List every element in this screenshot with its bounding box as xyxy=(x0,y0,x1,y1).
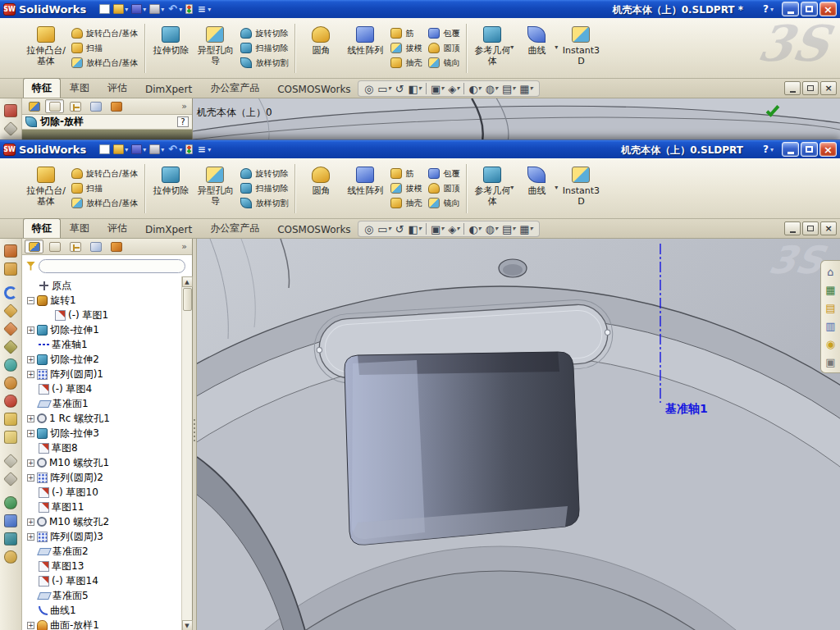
wrap-button[interactable]: 包覆 xyxy=(426,167,462,180)
featuremanager-tab[interactable] xyxy=(25,99,43,113)
rhombus-olive-tool-button[interactable] xyxy=(3,340,18,354)
loft-cut-button[interactable]: 放样切割 xyxy=(238,57,290,70)
expander-plus-icon[interactable]: + xyxy=(27,474,34,482)
dropdown-arrow-icon[interactable]: ▾ xyxy=(125,6,128,13)
property-help-button[interactable]: ? xyxy=(177,116,189,127)
dropdown-arrow-icon[interactable]: ▾ xyxy=(208,6,211,13)
scroll-up-button[interactable]: ▲ xyxy=(182,276,193,287)
block-a-tool-button[interactable] xyxy=(4,413,17,426)
dropdown-arrow-icon[interactable]: ▾ xyxy=(161,6,164,13)
zoom-fit-button[interactable]: ◎ xyxy=(363,224,375,235)
rib-button[interactable]: 筋 xyxy=(388,167,424,180)
loft-cut-button[interactable]: 放样切割 xyxy=(238,197,290,210)
hide-show-items-button[interactable]: ◐▾ xyxy=(467,84,482,94)
draft-button[interactable]: 拔模 xyxy=(388,182,424,195)
dimxpertmanager-tab[interactable] xyxy=(86,99,105,113)
dropdown-arrow-icon[interactable]: ▾ xyxy=(555,184,558,191)
extrude-boss-button[interactable]: 拉伸凸台/基体 xyxy=(25,162,67,216)
tree-item[interactable]: +M10 螺纹孔2 xyxy=(22,514,192,529)
smart-dimension-tool-button[interactable] xyxy=(4,262,17,276)
panel-tabs-overflow-button[interactable]: » xyxy=(181,101,189,112)
draft-button[interactable]: 拔模 xyxy=(388,42,424,55)
dropdown-arrow-icon[interactable]: ▾ xyxy=(510,184,514,191)
wrap-button[interactable]: 包覆 xyxy=(426,27,462,40)
tree-item[interactable]: +阵列(圆周)1 xyxy=(22,367,192,381)
undo-button[interactable]: ↶▾ xyxy=(167,4,182,14)
delete-relations-tool-button[interactable] xyxy=(4,395,17,408)
command-tab-6[interactable]: COSMOSWorks xyxy=(268,221,360,238)
dropdown-arrow-icon[interactable]: ▾ xyxy=(441,226,444,232)
tree-item[interactable]: (-) 草图1 xyxy=(22,308,192,322)
tree-item[interactable]: 草图8 xyxy=(22,441,192,455)
instant3d-button[interactable]: Instant3D xyxy=(559,162,602,216)
dome-button[interactable]: 圆顶 xyxy=(426,42,462,55)
apply-scene-button[interactable]: ▤▾ xyxy=(500,84,517,94)
shell-button[interactable]: 抽壳 xyxy=(388,197,424,210)
undo-button[interactable]: ↶▾ xyxy=(167,144,182,154)
print-button[interactable]: ▾ xyxy=(149,144,164,154)
minimize-button[interactable] xyxy=(782,2,799,16)
dropdown-arrow-icon[interactable]: ▾ xyxy=(143,6,146,13)
ghost-a-tool-button[interactable] xyxy=(3,454,18,468)
command-tab-4[interactable]: DimXpert xyxy=(136,221,201,238)
curves-button[interactable]: 曲线▾ xyxy=(515,162,558,216)
expander-plus-icon[interactable]: + xyxy=(27,415,34,422)
feature-filter-input[interactable] xyxy=(39,259,185,273)
previous-view-button[interactable]: ↺ xyxy=(394,224,406,235)
dropdown-arrow-icon[interactable]: ▾ xyxy=(495,226,498,232)
command-tab-1[interactable]: 特征 xyxy=(23,78,61,98)
curves-button[interactable]: 曲线▾ xyxy=(515,21,558,75)
dropdown-arrow-icon[interactable]: ▾ xyxy=(530,85,533,92)
expander-minus-icon[interactable]: − xyxy=(27,297,34,304)
titlebar[interactable]: SW SolidWorks ▾▾▾↶▾≡▾ 机壳本体（上）0.SLDPRT * … xyxy=(0,0,840,18)
tree-item[interactable]: (-) 草图10 xyxy=(22,485,192,500)
print-button[interactable]: ▾ xyxy=(149,4,164,14)
document-close-button[interactable]: × xyxy=(820,221,837,235)
document-close-button[interactable]: × xyxy=(820,81,837,95)
panel-tabs-overflow-button[interactable]: » xyxy=(181,241,189,252)
dropdown-arrow-icon[interactable]: ▾ xyxy=(512,85,515,92)
help-button[interactable]: ?▾ xyxy=(763,3,774,15)
block-b-tool-button[interactable] xyxy=(4,431,17,444)
tree-item[interactable]: +M10 螺纹孔1 xyxy=(22,455,192,470)
configurationmanager-tab[interactable] xyxy=(66,99,84,113)
edit-appearance-button[interactable]: ◍▾ xyxy=(484,84,500,94)
command-tab-5[interactable]: 办公室产品 xyxy=(201,218,268,238)
command-tab-3[interactable]: 评估 xyxy=(98,218,136,238)
dimxpertmanager-tab[interactable] xyxy=(86,240,105,253)
dropdown-arrow-icon[interactable]: ▾ xyxy=(530,226,533,232)
sphere-tool-button[interactable] xyxy=(4,496,17,509)
reference-geometry-button[interactable]: 参考几何体▾ xyxy=(471,21,514,75)
hide-show-items-button[interactable]: ◐▾ xyxy=(467,224,482,235)
fillet-button[interactable]: 圆角 xyxy=(299,21,342,75)
titlebar[interactable]: SW SolidWorks ▾▾▾↶▾≡▾ 机壳本体（上）0.SLDPRT ?▾… xyxy=(0,140,840,158)
command-tab-5[interactable]: 办公室产品 xyxy=(201,78,268,98)
ellipse-tool-button[interactable] xyxy=(4,550,17,564)
tree-item[interactable]: +切除-拉伸1 xyxy=(22,322,192,337)
zoom-fit-button[interactable]: ◎ xyxy=(363,84,375,94)
appearances-button[interactable]: ◉ xyxy=(824,336,838,351)
displaymanager-tab[interactable] xyxy=(107,99,126,113)
command-tab-2[interactable]: 草图 xyxy=(61,78,98,98)
document-restore-button[interactable] xyxy=(802,221,819,235)
custom-properties-button[interactable]: ▣ xyxy=(824,354,838,369)
save-button[interactable]: ▾ xyxy=(131,4,146,14)
restore-button[interactable] xyxy=(801,2,818,16)
dropdown-arrow-icon[interactable]: ▾ xyxy=(418,85,422,92)
new-button[interactable] xyxy=(99,4,110,14)
dropdown-arrow-icon[interactable]: ▾ xyxy=(478,226,482,232)
dropdown-arrow-icon[interactable]: ▾ xyxy=(495,85,498,92)
solidworks-resources-button[interactable]: ⌂ xyxy=(824,264,838,279)
instant3d-button[interactable]: Instant3D xyxy=(559,21,602,75)
rebuild-button[interactable] xyxy=(185,4,193,14)
command-tab-2[interactable]: 草图 xyxy=(61,218,98,238)
apply-scene-button[interactable]: ▤▾ xyxy=(500,224,517,235)
expander-plus-icon[interactable]: + xyxy=(27,371,34,378)
revolve-boss-button[interactable]: 旋转凸台/基体 xyxy=(69,27,140,40)
view-settings-button[interactable]: ▦▾ xyxy=(518,84,534,94)
dropdown-arrow-icon[interactable]: ▾ xyxy=(161,146,164,153)
fillet-button[interactable]: 圆角 xyxy=(299,162,342,216)
tree-item[interactable]: +阵列(圆周)3 xyxy=(22,529,192,544)
propertymanager-tab[interactable] xyxy=(45,240,64,253)
dropdown-arrow-icon[interactable]: ▾ xyxy=(143,146,146,153)
